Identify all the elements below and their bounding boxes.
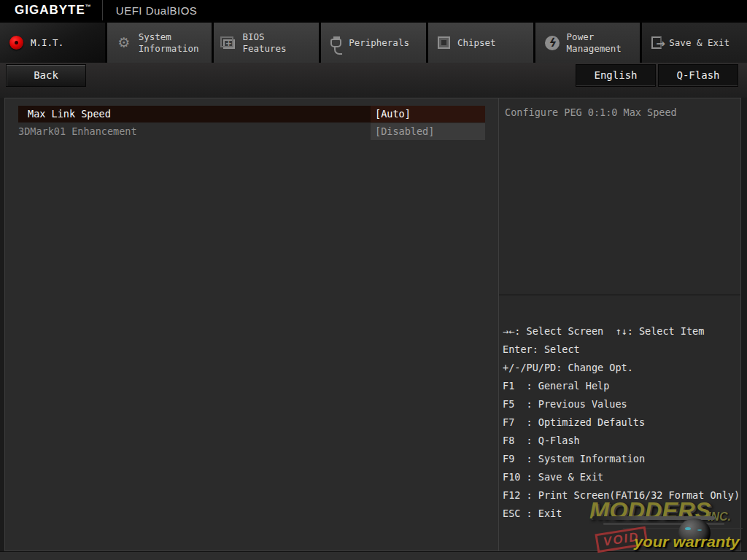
key-legend-line: F9 : System Information [503,450,737,468]
tab-label: Save & Exit [669,37,733,49]
tab-peripherals[interactable]: Peripherals [321,23,426,63]
gigabyte-logo: GIGABYTE™ [15,3,92,18]
bolt-icon [545,36,560,50]
settings-list: Max Link Speed[Auto]3DMark01 Enhancement… [18,106,485,141]
gear-icon: ⚙ [117,36,131,50]
key-legend-line: ESC : Exit [503,505,737,523]
setting-value[interactable]: [Disabled] [371,123,485,140]
exit-icon [651,36,662,49]
tab-chipset[interactable]: Chipset [428,23,533,63]
tab-label: Power Management [567,31,631,55]
tab-save-exit[interactable]: Save & Exit [642,23,747,63]
key-legend-line: F10 : Save & Exit [503,468,737,486]
tab-bios-features[interactable]: BIOS Features [214,23,319,63]
key-legend-line: F8 : Q-Flash [503,432,737,450]
tab-bar: M.I.T.⚙System InformationBIOS FeaturesPe… [0,20,747,63]
tab-system-information[interactable]: ⚙System Information [107,23,212,63]
setting-row-max-link-speed[interactable]: Max Link Speed[Auto] [18,106,485,122]
mouse-icon [330,39,341,47]
tab-label: Peripherals [349,37,413,49]
bios-screen: GIGABYTE™ UEFI DualBIOS M.I.T.⚙System In… [0,0,747,560]
dial-icon [9,36,23,50]
setting-row-3dmark01-enhancement[interactable]: 3DMark01 Enhancement[Disabled] [18,123,485,140]
key-legend-line: F7 : Optimized Defaults [503,413,737,432]
firmware-title: UEFI DualBIOS [116,4,198,17]
language-button[interactable]: English [576,64,656,87]
title-bar: GIGABYTE™ UEFI DualBIOS [0,0,747,20]
tab-power-management[interactable]: Power Management [535,23,640,63]
setting-label: 3DMark01 Enhancement [18,123,371,140]
chip-icon [438,36,450,49]
title-divider [102,0,103,20]
settings-panel: Max Link Speed[Auto]3DMark01 Enhancement… [4,98,499,551]
key-legend-line: →←: Select Screen ↑↓: Select Item [503,322,737,341]
key-legend-line: F12 : Print Screen(FAT16/32 Format Only) [503,486,737,505]
toolbar-strip: Back English Q-Flash [0,63,747,98]
tab-label: M.I.T. [31,37,95,49]
back-button[interactable]: Back [6,64,86,87]
tab-m-i-t[interactable]: M.I.T. [0,23,105,63]
key-legend-line: +/-/PU/PD: Change Opt. [503,359,737,377]
setting-label: Max Link Speed [18,106,371,122]
tab-label: Chipset [457,37,522,49]
folder-plus-icon [223,39,235,49]
bottom-strip [0,551,747,560]
key-legend-line: F1 : General Help [503,377,737,395]
setting-value[interactable]: [Auto] [371,106,485,122]
key-legend-line: Enter: Select [503,341,737,359]
tab-label: System Information [139,31,203,55]
tab-label: BIOS Features [242,31,306,55]
key-legend-line: F5 : Previous Values [503,395,737,413]
help-panel: Configure PEG 0:1:0 Max Speed →←: Select… [498,98,741,551]
qflash-button[interactable]: Q-Flash [658,64,738,87]
key-legend: →←: Select Screen ↑↓: Select ItemEnter: … [499,296,740,551]
item-help-text: Configure PEG 0:1:0 Max Speed [499,98,740,295]
